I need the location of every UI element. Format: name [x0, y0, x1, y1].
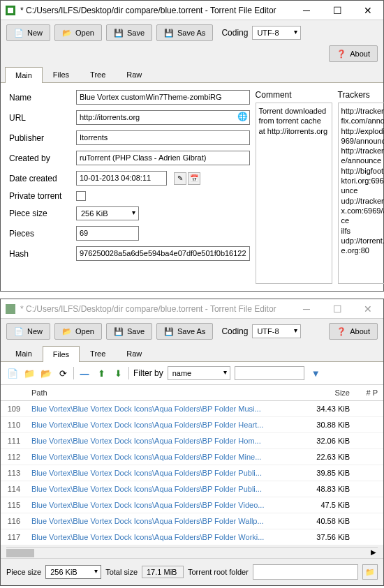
row-pf [355, 449, 383, 465]
row-index: 112 [1, 449, 26, 465]
minimize-button[interactable]: ─ [291, 299, 322, 319]
row-index: 110 [1, 417, 26, 432]
tabs: Main Files Tree Raw [1, 345, 383, 362]
titlebar[interactable]: * C:/Users/ILFS/Desktop/dir compare/blue… [1, 1, 383, 20]
encoding-select[interactable]: UTF-8 [252, 324, 301, 338]
open-folder-icon[interactable]: 📂 [40, 367, 52, 379]
filter-icon[interactable]: ▼ [311, 368, 320, 379]
date-calendar-icon[interactable]: 📅 [188, 172, 200, 185]
row-index: 115 [1, 497, 26, 513]
row-path: Blue Vortex\Blue Vortex Dock Icons\Aqua … [26, 529, 300, 545]
col-path[interactable]: Path [26, 385, 300, 400]
rootfolder-label: Torrent root folder [188, 568, 249, 576]
tab-main[interactable]: Main [5, 67, 43, 83]
rootfolder-browse-button[interactable]: 📁 [362, 564, 378, 580]
row-index: 114 [1, 481, 26, 497]
comment-box[interactable]: Torrent downloaded from torrent cache at… [256, 103, 332, 284]
remove-icon[interactable]: — [78, 367, 91, 379]
table-row[interactable]: 111Blue Vortex\Blue Vortex Dock Icons\Aq… [1, 433, 383, 449]
createdby-input[interactable]: ruTorrent (PHP Class - Adrien Gibrat) [76, 151, 250, 165]
rootfolder-input[interactable] [253, 564, 358, 580]
app-icon [5, 5, 16, 16]
table-row[interactable]: 113Blue Vortex\Blue Vortex Dock Icons\Aq… [1, 465, 383, 481]
name-label: Name [9, 93, 72, 103]
row-index: 109 [1, 401, 26, 416]
tab-raw[interactable]: Raw [116, 345, 152, 361]
saveas-icon: 💾 [164, 28, 174, 38]
new-button[interactable]: 📄New [6, 323, 50, 340]
piecesize-label: Piece size [6, 568, 41, 576]
reload-icon[interactable]: ⟳ [57, 367, 69, 379]
trackers-label: Trackers [338, 90, 384, 100]
row-size: 22.63 KiB [300, 449, 355, 465]
new-button[interactable]: 📄New [6, 24, 50, 41]
window-files-tab: * C:/Users/ILFS/Desktop/dir compare/blue… [0, 299, 384, 586]
files-toolbar: 📄 📁 📂 ⟳ — ⬆ ⬇ Filter by name ▼ [1, 362, 383, 385]
piecesize-select[interactable]: 256 KiB [45, 565, 101, 579]
encoding-select[interactable]: UTF-8 [252, 26, 301, 40]
hash-label: Hash [9, 249, 72, 259]
titlebar[interactable]: * C:/Users/ILFS/Desktop/dir compare/blue… [1, 299, 383, 319]
filter-field-select[interactable]: name [168, 366, 230, 380]
col-size[interactable]: Size [300, 385, 355, 400]
pieces-label: Pieces [9, 229, 72, 239]
about-button[interactable]: ❓About [329, 323, 378, 340]
saveas-button[interactable]: 💾Save As [156, 24, 213, 41]
open-button[interactable]: 📂Open [54, 323, 102, 340]
totalsize-value: 17.1 MiB [142, 566, 184, 578]
tab-files[interactable]: Files [43, 346, 80, 362]
url-input[interactable]: http://itorrents.org [76, 110, 250, 125]
private-checkbox[interactable] [76, 191, 86, 201]
tab-tree[interactable]: Tree [80, 66, 116, 82]
filter-input[interactable] [235, 366, 304, 380]
close-button[interactable]: ✕ [353, 1, 383, 20]
table-row[interactable]: 109Blue Vortex\Blue Vortex Dock Icons\Aq… [1, 401, 383, 417]
tab-main[interactable]: Main [5, 345, 43, 361]
toolbar: 📄New 📂Open 💾Save 💾Save As Coding UTF-8 [1, 20, 383, 45]
main-pane: NameBlue Vortex customWin7Theme-zombiRG … [1, 83, 383, 291]
horizontal-scrollbar[interactable]: ▶ [6, 547, 378, 558]
col-pf[interactable]: # P [355, 385, 383, 400]
trackers-box[interactable]: http://tracker.trackerfix.com/announce h… [338, 103, 384, 284]
table-row[interactable]: 112Blue Vortex\Blue Vortex Dock Icons\Aq… [1, 449, 383, 465]
minimize-button[interactable]: ─ [291, 1, 322, 20]
close-button[interactable]: ✕ [353, 299, 383, 319]
about-button[interactable]: ❓About [329, 45, 378, 62]
row-path: Blue Vortex\Blue Vortex Dock Icons\Aqua … [26, 465, 300, 481]
add-folder-icon[interactable]: 📁 [23, 367, 36, 379]
save-button[interactable]: 💾Save [106, 323, 152, 340]
open-button[interactable]: 📂Open [54, 24, 102, 41]
publisher-input[interactable]: Itorrents [76, 130, 250, 145]
name-input[interactable]: Blue Vortex customWin7Theme-zombiRG [76, 90, 250, 105]
row-size: 34.43 KiB [300, 401, 355, 416]
save-icon: 💾 [114, 28, 124, 38]
table-row[interactable]: 114Blue Vortex\Blue Vortex Dock Icons\Aq… [1, 481, 383, 497]
datecreated-input[interactable]: 10-01-2013 04:08:11 [76, 171, 167, 186]
table-row[interactable]: 115Blue Vortex\Blue Vortex Dock Icons\Aq… [1, 497, 383, 513]
move-down-icon[interactable]: ⬇ [112, 367, 124, 379]
tab-files[interactable]: Files [43, 66, 80, 82]
maximize-button[interactable]: ☐ [322, 299, 353, 319]
table-row[interactable]: 116Blue Vortex\Blue Vortex Dock Icons\Aq… [1, 513, 383, 529]
tab-raw[interactable]: Raw [116, 66, 152, 82]
piecesize-select[interactable]: 256 KiB [76, 206, 139, 220]
row-index: 113 [1, 465, 26, 481]
open-icon: 📂 [62, 28, 72, 38]
save-button[interactable]: 💾Save [106, 24, 152, 41]
open-icon: 📂 [62, 326, 72, 336]
saveas-button[interactable]: 💾Save As [156, 323, 213, 340]
row-path: Blue Vortex\Blue Vortex Dock Icons\Aqua … [26, 401, 300, 416]
pieces-input[interactable]: 69 [76, 226, 139, 241]
hash-input[interactable]: 976250028a5a6d5e594ba4e07df0e501f0b16122 [76, 246, 250, 261]
table-row[interactable]: 110Blue Vortex\Blue Vortex Dock Icons\Aq… [1, 417, 383, 433]
move-up-icon[interactable]: ⬆ [95, 367, 108, 379]
date-edit-icon[interactable]: ✎ [174, 172, 186, 185]
window-main-tab: * C:/Users/ILFS/Desktop/dir compare/blue… [0, 0, 384, 292]
grid-header: Path Size # P [1, 385, 383, 401]
tab-tree[interactable]: Tree [80, 345, 116, 361]
coding-label: Coding [221, 28, 248, 38]
maximize-button[interactable]: ☐ [322, 1, 353, 20]
row-index: 116 [1, 513, 26, 529]
add-file-icon[interactable]: 📄 [6, 367, 19, 379]
table-row[interactable]: 117Blue Vortex\Blue Vortex Dock Icons\Aq… [1, 529, 383, 545]
